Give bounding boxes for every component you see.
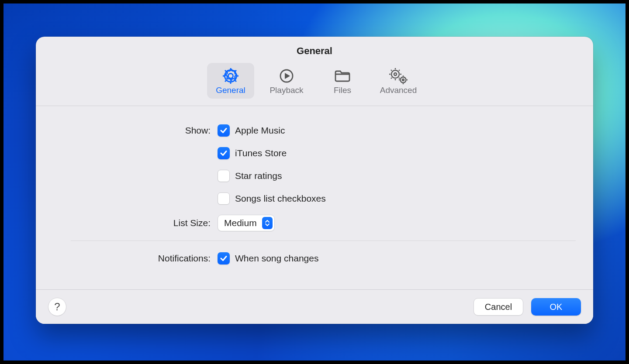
folder-icon [333,66,352,86]
question-mark-icon: ? [54,301,60,313]
svg-point-3 [391,70,399,78]
svg-point-4 [394,73,397,76]
play-circle-icon [278,66,295,86]
window-footer: ? Cancel OK [36,289,593,324]
preferences-window: General General [36,37,593,324]
select-list-size[interactable]: Medium [218,215,275,231]
chevron-up-down-icon [262,217,273,229]
row-show-apple-music: Show: Apple Music [53,119,576,142]
checkbox-label: When song changes [235,253,318,264]
checkbox-label: iTunes Store [235,148,287,158]
svg-point-6 [402,79,404,81]
label-notifications: Notifications: [53,253,211,264]
help-button[interactable]: ? [48,298,66,316]
button-label: Cancel [485,302,512,312]
button-label: OK [550,302,563,312]
tab-general[interactable]: General [207,63,254,99]
row-show-star-ratings: Star ratings [53,165,576,187]
checkbox-star-ratings[interactable] [218,170,230,182]
tab-files[interactable]: Files [319,63,366,99]
tab-advanced[interactable]: Advanced [375,63,422,99]
svg-point-0 [228,74,233,79]
label-list-size: List Size: [53,218,211,228]
row-list-size: List Size: Medium [53,212,576,234]
tab-label: Playback [270,86,303,95]
row-show-songs-checkboxes: Songs list checkboxes [53,187,576,210]
row-notifications: Notifications: When song changes [53,247,576,270]
ok-button[interactable]: OK [531,298,581,316]
checkbox-label: Songs list checkboxes [235,193,326,204]
gears-icon [388,66,409,86]
gear-icon [222,66,239,86]
svg-point-5 [401,77,406,83]
label-show: Show: [53,125,211,136]
row-show-itunes-store: iTunes Store [53,142,576,165]
select-value: Medium [224,218,257,228]
tab-label: Files [334,86,351,95]
tab-label: Advanced [380,86,417,95]
checkbox-itunes-store[interactable] [218,147,230,159]
checkbox-label: Star ratings [235,171,282,181]
section-divider [71,240,576,241]
checkbox-label: Apple Music [235,125,285,136]
cancel-button[interactable]: Cancel [473,298,523,316]
tab-label: General [216,86,245,95]
preferences-body: Show: Apple Music iTunes Store Star ra [36,106,593,289]
preferences-tabs: General Playback Files [36,57,593,106]
checkbox-apple-music[interactable] [218,124,230,137]
tab-playback[interactable]: Playback [263,63,310,99]
window-title: General [36,37,593,57]
checkbox-songs-list-checkboxes[interactable] [218,192,230,205]
checkbox-when-song-changes[interactable] [218,252,230,264]
